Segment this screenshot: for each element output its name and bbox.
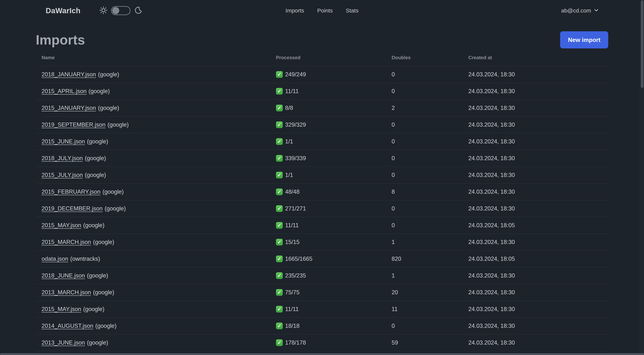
created-at-value: 24.03.2024, 18:30	[468, 289, 515, 296]
import-file-link[interactable]: 2019_DECEMBER.json	[42, 205, 102, 212]
doubles-count: 8	[392, 188, 395, 195]
table-row: 2018_JULY.json(google) ✓ 339/339 0 24.03…	[36, 150, 608, 167]
processed-count: 8/8	[285, 105, 293, 111]
import-source-label: (google)	[93, 289, 114, 296]
doubles-count: 0	[392, 172, 395, 178]
import-file-link[interactable]: 2013_MARCH.json	[42, 289, 91, 296]
nav-link-imports[interactable]: Imports	[286, 7, 304, 14]
green-check-icon: ✓	[276, 205, 283, 212]
doubles-count: 11	[392, 306, 398, 312]
green-check-icon: ✓	[276, 188, 283, 195]
created-at-value: 24.03.2024, 18:30	[468, 155, 515, 161]
table-row: 2015_MARCH.json(google) ✓ 15/15 1 24.03.…	[36, 234, 608, 250]
green-check-icon: ✓	[276, 306, 283, 313]
import-file-link[interactable]: 2018_JUNE.json	[42, 272, 85, 279]
processed-count: 11/11	[285, 88, 299, 95]
imports-table: Name Processed Doubles Created at 2018_J…	[36, 49, 608, 355]
green-check-icon: ✓	[276, 172, 283, 178]
import-file-link[interactable]: 2019_SEPTEMBER.json	[42, 121, 106, 128]
green-check-icon: ✓	[276, 155, 283, 162]
processed-count: 1/1	[285, 138, 293, 145]
theme-toggle-knob	[112, 7, 119, 14]
import-source-label: (google)	[104, 205, 126, 212]
processed-count: 1665/1665	[285, 256, 312, 262]
processed-count: 75/75	[285, 289, 300, 296]
created-at-value: 24.03.2024, 18:05	[468, 222, 515, 229]
import-source-label: (google)	[87, 272, 108, 279]
table-row: 2018_JANUARY.json(google) ✓ 249/249 0 24…	[36, 66, 608, 83]
import-file-link[interactable]: odata.json	[42, 256, 68, 262]
import-file-link[interactable]: 2015_MAY.json	[42, 306, 81, 312]
theme-toggle[interactable]	[111, 6, 130, 15]
created-at-value: 24.03.2024, 18:30	[468, 323, 515, 329]
table-row: odata.json(owntracks) ✓ 1665/1665 820 24…	[36, 250, 608, 267]
green-check-icon: ✓	[276, 272, 283, 279]
doubles-count: 0	[392, 323, 395, 329]
main-nav: Imports Points Stats	[286, 7, 358, 14]
created-at-value: 24.03.2024, 18:30	[468, 205, 515, 212]
import-file-link[interactable]: 2015_MAY.json	[42, 222, 81, 229]
import-file-link[interactable]: 2018_JANUARY.json	[42, 71, 96, 78]
processed-count: 235/235	[285, 272, 306, 279]
table-row: 2018_JUNE.json(google) ✓ 235/235 1 24.03…	[36, 267, 608, 284]
processed-count: 249/249	[285, 71, 306, 78]
horizontal-scrollbar[interactable]	[0, 353, 644, 355]
import-file-link[interactable]: 2014_AUGUST.json	[42, 323, 93, 329]
import-file-link[interactable]: 2015_MARCH.json	[42, 239, 91, 245]
app-logo: DaWarIch	[46, 6, 80, 15]
import-source-label: (google)	[87, 138, 108, 145]
table-row: 2015_MAY.json(google) ✓ 11/11 0 24.03.20…	[36, 217, 608, 234]
column-header-created-at: Created at	[462, 55, 608, 60]
processed-count: 1/1	[285, 172, 293, 178]
account-menu[interactable]: ab@cd.com	[561, 7, 599, 14]
import-source-label: (google)	[108, 121, 129, 128]
created-at-value: 24.03.2024, 18:30	[468, 272, 515, 279]
import-file-link[interactable]: 2015_JUNE.json	[42, 138, 85, 145]
navbar: DaWarIch Imports Points	[0, 0, 644, 21]
created-at-value: 24.03.2024, 18:30	[468, 339, 515, 346]
created-at-value: 24.03.2024, 18:30	[468, 71, 515, 78]
import-file-link[interactable]: 2018_JULY.json	[42, 155, 83, 161]
table-header-row: Name Processed Doubles Created at	[36, 49, 608, 66]
processed-count: 15/15	[285, 239, 300, 246]
import-file-link[interactable]: 2015_JULY.json	[42, 172, 83, 178]
import-file-link[interactable]: 2015_JANUARY.json	[42, 105, 96, 111]
doubles-count: 20	[392, 289, 398, 296]
main-content: Imports New import Name Processed Double…	[0, 21, 644, 355]
import-source-label: (google)	[83, 222, 104, 229]
table-row: 2015_FEBRUARY.json(google) ✓ 48/48 8 24.…	[36, 183, 608, 200]
doubles-count: 1	[392, 239, 395, 245]
table-row: 2014_AUGUST.json(google) ✓ 18/18 0 24.03…	[36, 317, 608, 334]
new-import-button[interactable]: New import	[560, 31, 608, 48]
doubles-count: 0	[392, 155, 395, 161]
green-check-icon: ✓	[276, 239, 283, 246]
processed-count: 18/18	[285, 323, 300, 329]
table-row: 2019_DECEMBER.json(google) ✓ 271/271 0 2…	[36, 200, 608, 217]
table-row: 2015_MAY.json(google) ✓ 11/11 11 24.03.2…	[36, 301, 608, 317]
nav-link-points[interactable]: Points	[317, 7, 332, 14]
import-file-link[interactable]: 2015_FEBRUARY.json	[42, 188, 100, 195]
import-source-label: (google)	[98, 105, 119, 111]
doubles-count: 0	[392, 138, 395, 145]
import-file-link[interactable]: 2015_APRIL.json	[42, 88, 86, 94]
import-file-link[interactable]: 2013_JUNE.json	[42, 339, 85, 346]
green-check-icon: ✓	[276, 289, 283, 296]
import-source-label: (google)	[95, 323, 116, 329]
import-source-label: (owntracks)	[70, 256, 100, 262]
created-at-value: 24.03.2024, 18:30	[468, 172, 515, 178]
processed-count: 339/339	[285, 155, 306, 162]
import-source-label: (google)	[87, 339, 108, 346]
table-row: 2013_JUNE.json(google) ✓ 178/178 59 24.0…	[36, 334, 608, 351]
created-at-value: 24.03.2024, 18:30	[468, 239, 515, 245]
created-at-value: 24.03.2024, 18:30	[468, 105, 515, 111]
green-check-icon: ✓	[276, 71, 283, 78]
table-row: 2015_JULY.json(google) ✓ 1/1 0 24.03.202…	[36, 167, 608, 183]
column-header-processed: Processed	[270, 55, 386, 60]
created-at-value: 24.03.2024, 18:30	[468, 306, 515, 312]
created-at-value: 24.03.2024, 18:30	[468, 121, 515, 128]
doubles-count: 0	[392, 71, 395, 78]
green-check-icon: ✓	[276, 339, 283, 346]
doubles-count: 0	[392, 205, 395, 212]
vertical-scrollbar[interactable]	[641, 0, 644, 88]
nav-link-stats[interactable]: Stats	[346, 7, 358, 14]
